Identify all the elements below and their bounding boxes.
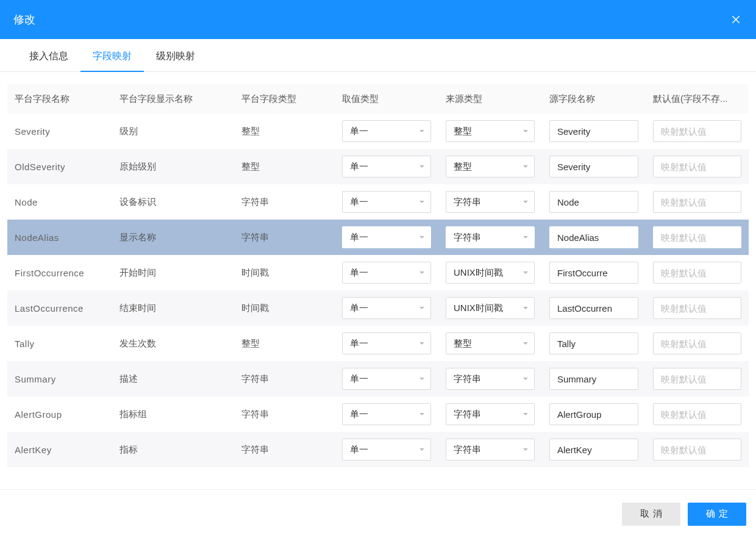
th-platform-type: 平台字段类型 [234,93,335,105]
close-icon[interactable] [729,13,743,26]
cell-platform-type: 字符串 [234,373,335,385]
cell-source-type: 字符串 [438,191,542,213]
table-row[interactable]: Node设备标识字符串单一字符串 [7,184,749,220]
cell-default-value [646,226,749,248]
modal-footer: 取消 确定 [0,489,756,538]
cell-platform-type: 字符串 [234,409,335,420]
source-field-input[interactable] [549,439,638,461]
value-type-select[interactable]: 单一 [342,439,431,461]
value-type-select[interactable]: 单一 [342,226,431,248]
cell-platform-type: 字符串 [234,196,335,208]
cell-source-type: 整型 [438,332,542,354]
default-value-input[interactable] [653,403,741,425]
cell-platform-type: 时间戳 [234,303,335,314]
value-type-select[interactable]: 单一 [342,156,431,178]
cell-platform-type: 时间戳 [234,267,335,279]
source-type-select[interactable]: 整型 [446,156,535,178]
chevron-down-icon [418,409,426,420]
source-field-input[interactable] [549,403,638,425]
chevron-down-icon [522,197,529,207]
table-body[interactable]: Severity级别整型单一整型OldSeverity原始级别整型单一整型Nod… [7,113,749,467]
source-type-select[interactable]: 字符串 [446,226,535,248]
chevron-down-icon [418,445,426,455]
source-type-select[interactable]: 字符串 [446,368,535,390]
source-field-input[interactable] [549,262,638,284]
table-row[interactable]: Tally发生次数整型单一整型 [7,326,749,361]
source-type-select[interactable]: UNIX时间戳 [446,297,535,319]
th-platform-field: 平台字段名称 [7,93,112,105]
chevron-down-icon [418,339,426,349]
default-value-input[interactable] [653,439,741,461]
source-field-input[interactable] [549,191,638,213]
chevron-down-icon [522,303,529,314]
cell-platform-display: 描述 [112,373,234,385]
cell-source-type: 字符串 [438,226,542,248]
table-row[interactable]: LastOccurrence结束时间时间戳单一UNIX时间戳 [7,290,749,326]
value-type-select[interactable]: 单一 [342,297,431,319]
cell-default-value [646,297,749,319]
cell-source-field [542,297,646,319]
chevron-down-icon [522,268,529,278]
tab-2[interactable]: 级别映射 [144,39,207,71]
cell-platform-type: 整型 [234,338,335,350]
cell-source-type: UNIX时间戳 [438,262,542,284]
source-type-select[interactable]: 整型 [446,332,535,354]
th-default-value: 默认值(字段不存... [646,93,749,105]
default-value-input[interactable] [653,191,741,213]
cell-value-type: 单一 [335,403,438,425]
value-type-select[interactable]: 单一 [342,403,431,425]
ok-button[interactable]: 确定 [688,503,746,526]
source-type-select[interactable]: 字符串 [446,439,535,461]
source-type-select[interactable]: 字符串 [446,191,535,213]
default-value-input[interactable] [653,156,741,178]
cell-default-value [646,191,749,213]
table-row[interactable]: NodeAlias显示名称字符串单一字符串 [7,220,749,255]
cell-platform-type: 字符串 [234,444,335,456]
value-type-select[interactable]: 单一 [342,262,431,284]
cell-platform-field: NodeAlias [7,232,112,243]
cell-platform-display: 指标组 [112,409,234,420]
field-mapping-table: 平台字段名称 平台字段显示名称 平台字段类型 取值类型 来源类型 源字段名称 默… [0,73,756,489]
cell-source-type: 字符串 [438,368,542,390]
chevron-down-icon [418,374,426,384]
tab-1[interactable]: 字段映射 [80,39,144,71]
default-value-input[interactable] [653,262,741,284]
table-row[interactable]: AlertKey指标字符串单一字符串 [7,432,749,467]
default-value-input[interactable] [653,226,741,248]
table-row[interactable]: FirstOccurrence开始时间时间戳单一UNIX时间戳 [7,255,749,290]
default-value-input[interactable] [653,120,741,142]
cell-platform-field: Severity [7,126,112,137]
cell-platform-display: 级别 [112,126,234,137]
tab-0[interactable]: 接入信息 [17,39,80,71]
default-value-input[interactable] [653,368,741,390]
table-row[interactable]: AlertGroup指标组字符串单一字符串 [7,396,749,432]
source-type-select[interactable]: 字符串 [446,403,535,425]
chevron-down-icon [522,339,529,349]
chevron-down-icon [418,162,426,172]
source-type-select[interactable]: UNIX时间戳 [446,262,535,284]
source-field-input[interactable] [549,156,638,178]
cell-value-type: 单一 [335,368,438,390]
cell-default-value [646,262,749,284]
table-row[interactable]: Severity级别整型单一整型 [7,113,749,149]
source-field-input[interactable] [549,332,638,354]
table-row[interactable]: OldSeverity原始级别整型单一整型 [7,149,749,184]
cell-platform-type: 整型 [234,126,335,137]
value-type-select[interactable]: 单一 [342,191,431,213]
cell-value-type: 单一 [335,156,438,178]
cell-source-field [542,332,646,354]
value-type-select[interactable]: 单一 [342,120,431,142]
source-field-input[interactable] [549,297,638,319]
source-field-input[interactable] [549,226,638,248]
table-row[interactable]: Summary描述字符串单一字符串 [7,361,749,396]
value-type-select[interactable]: 单一 [342,368,431,390]
default-value-input[interactable] [653,332,741,354]
source-field-input[interactable] [549,120,638,142]
cell-platform-field: Summary [7,374,112,384]
default-value-input[interactable] [653,297,741,319]
cancel-button[interactable]: 取消 [622,503,680,526]
value-type-select[interactable]: 单一 [342,332,431,354]
source-type-select[interactable]: 整型 [446,120,535,142]
source-field-input[interactable] [549,368,638,390]
cell-platform-field: Node [7,197,112,207]
